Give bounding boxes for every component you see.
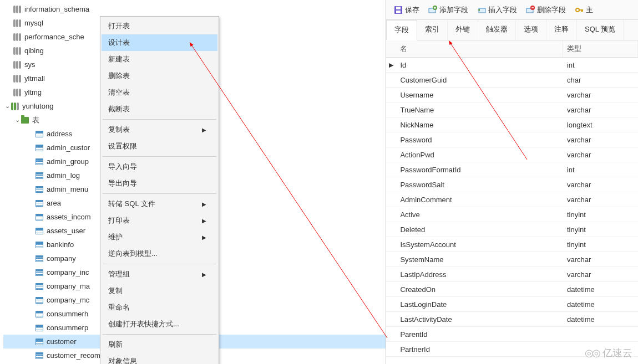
menu-item[interactable]: 刷新 — [102, 336, 217, 353]
field-row[interactable]: CustomerGuidchar — [386, 73, 638, 88]
column-header-name[interactable]: 名 — [396, 40, 563, 57]
insert-field-button[interactable]: 插入字段 — [474, 3, 520, 17]
save-button[interactable]: 保存 — [391, 3, 423, 17]
field-name-cell[interactable]: Active — [396, 208, 563, 221]
field-name-cell[interactable]: Password — [396, 134, 563, 146]
menu-item[interactable]: 删除表 — [102, 68, 217, 84]
field-type-cell[interactable]: int — [563, 59, 638, 71]
field-row[interactable]: NickNamelongtext — [386, 117, 638, 132]
table-icon — [36, 214, 43, 221]
field-row[interactable]: Passwordvarchar — [386, 132, 638, 147]
tab[interactable]: 外键 — [448, 20, 478, 40]
tab[interactable]: 字段 — [386, 20, 417, 40]
menu-item[interactable]: 管理组▶ — [102, 266, 217, 283]
delete-field-button[interactable]: 删除字段 — [523, 3, 569, 17]
field-name-cell[interactable]: Deleted — [396, 223, 563, 236]
menu-item[interactable]: 转储 SQL 文件▶ — [102, 196, 217, 212]
add-field-button[interactable]: 添加字段 — [425, 3, 472, 17]
tab[interactable]: SQL 预览 — [577, 20, 624, 40]
field-row[interactable]: Deletedtinyint — [386, 222, 638, 237]
menu-item[interactable]: 创建打开表快捷方式... — [102, 316, 217, 332]
field-row[interactable]: ActionPwdvarchar — [386, 147, 638, 162]
field-type-cell[interactable]: varchar — [563, 89, 638, 101]
field-type-cell[interactable] — [563, 332, 638, 336]
menu-item[interactable]: 复制表▶ — [102, 121, 217, 138]
primary-key-button[interactable]: 主 — [571, 3, 596, 17]
menu-item[interactable]: 截断表 — [102, 101, 217, 117]
field-name-cell[interactable]: TrueName — [396, 104, 563, 116]
menu-item[interactable]: 对象信息 — [102, 353, 217, 364]
tab[interactable]: 选项 — [516, 20, 546, 40]
field-name-cell[interactable]: PartnerId — [396, 343, 563, 356]
tab[interactable]: 索引 — [417, 20, 448, 40]
field-type-cell[interactable]: longtext — [563, 119, 638, 131]
field-name-cell[interactable]: Username — [396, 89, 563, 101]
expand-icon[interactable]: ⌄ — [13, 116, 21, 124]
add-field-icon — [428, 6, 437, 14]
field-name-cell[interactable]: SystemName — [396, 253, 563, 266]
field-row[interactable]: TrueNamevarchar — [386, 102, 638, 117]
field-row[interactable]: PasswordFormatIdint — [386, 162, 638, 177]
column-header-type[interactable]: 类型 — [563, 40, 638, 57]
field-type-cell[interactable]: varchar — [563, 178, 638, 191]
menu-item[interactable]: 设计表 — [102, 34, 217, 51]
field-type-cell[interactable]: varchar — [563, 253, 638, 266]
field-row[interactable]: Usernamevarchar — [386, 88, 638, 102]
field-type-cell[interactable]: varchar — [563, 193, 638, 206]
field-type-cell[interactable]: varchar — [563, 104, 638, 116]
field-row[interactable]: LastIpAddressvarchar — [386, 267, 638, 282]
field-type-cell[interactable]: datetime — [563, 313, 638, 326]
field-name-cell[interactable]: IsSystemAccount — [396, 238, 563, 251]
menu-item[interactable]: 逆向表到模型... — [102, 245, 217, 262]
tab[interactable]: 注释 — [546, 20, 577, 40]
field-row[interactable]: AdminCommentvarchar — [386, 192, 638, 207]
menu-item[interactable]: 重命名 — [102, 299, 217, 316]
field-row[interactable]: ParentId — [386, 327, 638, 342]
field-name-cell[interactable]: PasswordSalt — [396, 178, 563, 191]
field-name-cell[interactable]: ActionPwd — [396, 148, 563, 161]
svg-point-8 — [576, 8, 579, 12]
field-name-cell[interactable]: AdminComment — [396, 193, 563, 206]
field-type-cell[interactable]: varchar — [563, 134, 638, 146]
menu-item[interactable]: 打开表 — [102, 18, 217, 34]
field-name-cell[interactable]: NickName — [396, 119, 563, 131]
tab[interactable]: 触发器 — [478, 20, 516, 40]
field-name-cell[interactable]: ParentId — [396, 328, 563, 341]
field-type-cell[interactable]: tinyint — [563, 208, 638, 221]
field-row[interactable]: SystemNamevarchar — [386, 252, 638, 267]
field-row[interactable]: IsSystemAccounttinyint — [386, 237, 638, 252]
expand-icon[interactable]: ⌄ — [3, 102, 11, 110]
field-type-cell[interactable]: tinyint — [563, 223, 638, 236]
field-type-cell[interactable]: datetime — [563, 283, 638, 296]
menu-item[interactable]: 导入向导 — [102, 158, 217, 175]
chevron-right-icon: ▶ — [202, 218, 206, 224]
field-row[interactable]: Activetinyint — [386, 207, 638, 222]
field-name-cell[interactable]: Id — [396, 59, 563, 71]
field-name-cell[interactable]: CustomerGuid — [396, 74, 563, 86]
field-row[interactable]: LastLoginDatedatetime — [386, 297, 638, 312]
menu-item[interactable]: 新建表 — [102, 51, 217, 68]
field-row[interactable]: ▶Idint — [386, 58, 638, 73]
field-row[interactable]: CreatedOndatetime — [386, 282, 638, 297]
field-row[interactable]: PasswordSaltvarchar — [386, 177, 638, 192]
field-name-cell[interactable]: PasswordFormatId — [396, 163, 563, 176]
menu-item[interactable]: 清空表 — [102, 84, 217, 101]
field-type-cell[interactable]: tinyint — [563, 238, 638, 251]
field-type-cell[interactable]: varchar — [563, 268, 638, 281]
table-icon — [36, 200, 43, 207]
field-type-cell[interactable]: varchar — [563, 148, 638, 161]
field-name-cell[interactable]: CreatedOn — [396, 283, 563, 296]
field-name-cell[interactable]: LastIpAddress — [396, 268, 563, 281]
db-item[interactable]: information_schema — [3, 2, 386, 16]
field-name-cell[interactable]: LastLoginDate — [396, 298, 563, 311]
menu-item[interactable]: 复制 — [102, 283, 217, 299]
menu-item[interactable]: 设置权限 — [102, 138, 217, 155]
menu-item[interactable]: 导出向导 — [102, 175, 217, 192]
menu-item[interactable]: 打印表▶ — [102, 212, 217, 229]
field-type-cell[interactable]: int — [563, 163, 638, 176]
field-row[interactable]: LastActivityDatedatetime — [386, 312, 638, 327]
field-type-cell[interactable]: datetime — [563, 298, 638, 311]
field-type-cell[interactable]: char — [563, 74, 638, 86]
field-name-cell[interactable]: LastActivityDate — [396, 313, 563, 326]
menu-item[interactable]: 维护▶ — [102, 229, 217, 245]
